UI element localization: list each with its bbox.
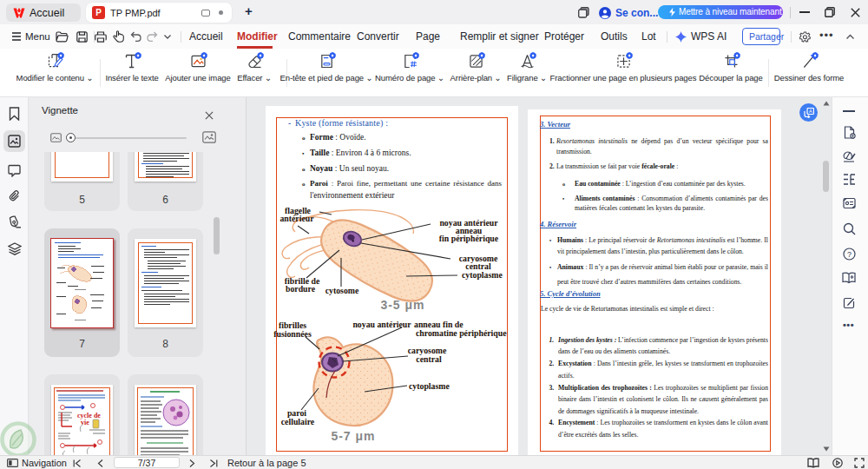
svg-text:chromatine périphérique: chromatine périphérique — [416, 328, 507, 338]
svg-text:cellulaire: cellulaire — [281, 417, 315, 426]
svg-text:A: A — [808, 109, 812, 114]
svg-text:antérieur: antérieur — [279, 214, 314, 223]
svg-text:fin périphérique: fin périphérique — [439, 234, 499, 243]
svg-text:5-7 μm: 5-7 μm — [331, 429, 375, 443]
svg-text:cytosome: cytosome — [326, 286, 359, 295]
svg-text:fusionnées: fusionnées — [273, 329, 312, 339]
svg-text:bordure: bordure — [286, 284, 316, 294]
svg-text:central: central — [416, 354, 442, 364]
svg-text:?: ? — [847, 250, 852, 259]
svg-text:cytoplasme: cytoplasme — [409, 381, 450, 391]
svg-text:3-5 μm: 3-5 μm — [380, 298, 424, 312]
svg-text:noyau antérieur: noyau antérieur — [352, 320, 411, 329]
svg-text:cytoplasme: cytoplasme — [462, 270, 503, 280]
